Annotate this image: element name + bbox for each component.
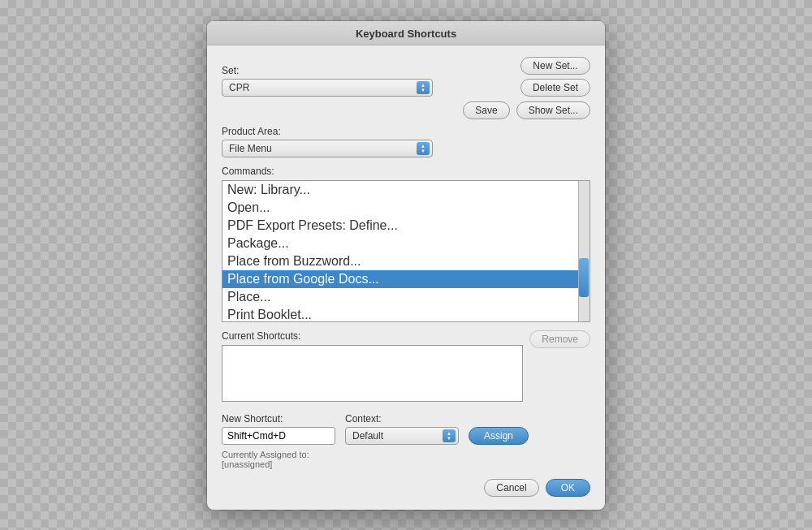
context-select-container: Default (345, 427, 459, 445)
new-shortcut-label: New Shortcut: (222, 413, 335, 424)
new-shortcut-section: New Shortcut: (222, 413, 335, 445)
bottom-buttons: Cancel OK (222, 479, 590, 497)
current-shortcuts-box[interactable] (222, 345, 523, 402)
command-pdf-export[interactable]: PDF Export Presets: Define... (222, 217, 578, 235)
command-open[interactable]: Open... (222, 199, 578, 217)
set-buttons: New Set... Delete Set (520, 57, 590, 97)
command-print-booklet[interactable]: Print Booklet... (222, 306, 578, 321)
commands-scrollbar-thumb[interactable] (579, 258, 589, 297)
commands-section: Commands: New: Library... Open... PDF Ex… (222, 166, 590, 322)
shortcuts-left: Current Shortcuts: (222, 330, 523, 405)
set-row: Set: CPR New Set... Delete Set (222, 57, 590, 97)
save-show-row: Save Show Set... (222, 101, 590, 119)
assign-button[interactable]: Assign (469, 427, 529, 445)
current-shortcuts-section: Current Shortcuts: Remove (222, 330, 590, 405)
commands-list-container: New: Library... Open... PDF Export Prese… (222, 180, 590, 322)
set-label: Set: (222, 65, 514, 76)
product-area-label: Product Area: (222, 126, 590, 137)
remove-button[interactable]: Remove (529, 330, 590, 348)
commands-label: Commands: (222, 166, 590, 177)
context-section: Context: Default (345, 413, 459, 445)
command-new-library[interactable]: New: Library... (222, 181, 578, 199)
current-shortcuts-label: Current Shortcuts: (222, 330, 523, 342)
dialog-title: Keyboard Shortcuts (207, 21, 605, 45)
show-set-button[interactable]: Show Set... (516, 101, 590, 119)
new-set-button[interactable]: New Set... (520, 57, 590, 75)
currently-assigned-value: [unassigned] (222, 459, 590, 469)
product-area-select[interactable]: File Menu (222, 140, 433, 157)
keyboard-shortcuts-dialog: Keyboard Shortcuts Set: CPR New Set... D… (207, 21, 605, 510)
currently-assigned-section: Currently Assigned to: [unassigned] (222, 450, 590, 469)
delete-set-button[interactable]: Delete Set (520, 79, 590, 97)
commands-list[interactable]: New: Library... Open... PDF Export Prese… (222, 181, 578, 321)
cancel-button[interactable]: Cancel (484, 479, 538, 497)
commands-scrollbar-track[interactable] (578, 181, 590, 321)
product-area-select-container: File Menu (222, 140, 433, 157)
command-place-buzzword[interactable]: Place from Buzzword... (222, 252, 578, 270)
ok-button[interactable]: OK (546, 479, 590, 497)
product-area-row: Product Area: File Menu (222, 126, 590, 157)
currently-assigned-label: Currently Assigned to: (222, 450, 590, 459)
assign-button-container: Assign (469, 427, 529, 445)
context-label: Context: (345, 413, 459, 424)
command-place[interactable]: Place... (222, 288, 578, 306)
new-shortcut-input[interactable] (222, 427, 335, 445)
command-package[interactable]: Package... (222, 235, 578, 252)
dialog-title-text: Keyboard Shortcuts (356, 28, 456, 40)
context-select[interactable]: Default (345, 427, 459, 445)
set-select-container: CPR (222, 79, 433, 97)
shortcuts-right: Remove (529, 330, 590, 348)
save-button[interactable]: Save (463, 101, 509, 119)
set-select[interactable]: CPR (222, 79, 433, 97)
new-shortcut-row: New Shortcut: Context: Default Assign (222, 413, 590, 445)
command-place-google[interactable]: Place from Google Docs... (222, 270, 578, 288)
product-left: Product Area: File Menu (222, 126, 590, 157)
set-left: Set: CPR (222, 65, 514, 97)
